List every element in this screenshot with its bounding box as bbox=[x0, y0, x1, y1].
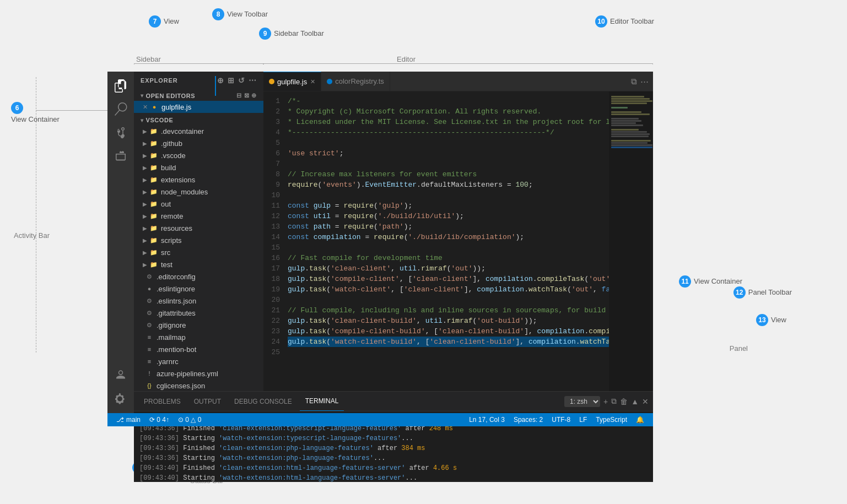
editor-bracket bbox=[263, 63, 653, 64]
file-mention-bot[interactable]: ≡.mention-bot bbox=[134, 343, 263, 355]
tab-terminal[interactable]: TERMINAL bbox=[300, 392, 344, 411]
account-icon[interactable] bbox=[111, 366, 131, 386]
file-gitattributes[interactable]: ⚙.gitattributes bbox=[134, 307, 263, 319]
editor-toolbar-badge-label: 10Editor Toolbar bbox=[595, 15, 654, 28]
terminal-line: [09:43:36] Starting 'watch-extension:php… bbox=[139, 453, 648, 463]
view-badge-label: 7View bbox=[149, 15, 179, 28]
file-gitignore[interactable]: ⚙.gitignore bbox=[134, 319, 263, 331]
file-yarnrc[interactable]: ≡.yarnrc bbox=[134, 355, 263, 367]
split-editor-icon[interactable]: ⧉ bbox=[631, 77, 637, 86]
terminal-line: [09:43:36] Starting 'watch-extension:typ… bbox=[139, 433, 648, 443]
sidebar-title: EXPLORER bbox=[141, 77, 178, 84]
folder-build[interactable]: ▶ 📁build bbox=[134, 161, 263, 174]
file-eslintrs[interactable]: ⚙.eslintrs.json bbox=[134, 295, 263, 307]
add-terminal-icon[interactable]: + bbox=[603, 397, 608, 406]
activity-bar-label: Activity Bar bbox=[14, 231, 50, 240]
tab-colorregistry-label: colorRegistry.ts bbox=[335, 77, 384, 85]
explorer-icon[interactable] bbox=[111, 76, 131, 96]
status-spaces[interactable]: Spaces: 2 bbox=[509, 416, 547, 424]
branch-icon: ⎇ bbox=[116, 416, 124, 424]
save-all-icon[interactable]: ⊟ bbox=[236, 92, 242, 99]
folder-node_modules[interactable]: ▶ 📁node_modules bbox=[134, 186, 263, 198]
folder-scripts[interactable]: ▶ 📁scripts bbox=[134, 234, 263, 246]
sidebar-bracket bbox=[134, 63, 263, 64]
new-file-icon[interactable]: ⊕ bbox=[217, 76, 224, 85]
close-all-icon[interactable]: ⊠ bbox=[244, 92, 250, 99]
open-editors-title[interactable]: ▾ OPEN EDITORS ⊟ ⊠ ⊕ bbox=[134, 90, 263, 101]
terminal-line: [09:43:40] Finished 'clean-extension:htm… bbox=[139, 463, 648, 473]
folder-remote[interactable]: ▶ 📁remote bbox=[134, 210, 263, 222]
js-file-icon bbox=[269, 79, 274, 84]
view-13-label: 13View bbox=[756, 314, 786, 326]
folder-github[interactable]: ▶ 📁.github bbox=[134, 137, 263, 149]
code-content[interactable]: /*- * Copyright (c) Microsoft Corporatio… bbox=[283, 91, 609, 391]
tab-problems[interactable]: PROBLEMS bbox=[138, 392, 186, 411]
editor-area: gulpfile.js ✕ colorRegistry.ts ⧉ ⋯ 12345… bbox=[263, 72, 653, 391]
status-position[interactable]: Ln 17, Col 3 bbox=[465, 416, 509, 424]
source-control-icon[interactable] bbox=[111, 122, 131, 142]
status-encoding[interactable]: UTF-8 bbox=[547, 416, 575, 424]
status-notifications[interactable]: 🔔 bbox=[632, 416, 649, 424]
folder-extensions[interactable]: ▶ 📁extensions bbox=[134, 174, 263, 186]
terminal-shell-select[interactable]: 1: zsh bbox=[564, 396, 600, 407]
more-tabs-icon[interactable]: ⋯ bbox=[640, 77, 649, 86]
vscode-section: ▾ VSCODE ▶ 📁.devcontainer ▶ 📁.github ▶ 📁… bbox=[134, 114, 263, 391]
view-container-left-label: 6 View Container bbox=[11, 102, 60, 123]
status-language[interactable]: TypeScript bbox=[591, 416, 632, 424]
status-bar-right: Ln 17, Col 3 Spaces: 2 UTF-8 LF TypeScri… bbox=[465, 416, 649, 424]
status-sync[interactable]: ⟳ 0 4↑ bbox=[145, 413, 174, 426]
settings-icon[interactable] bbox=[111, 389, 131, 409]
sidebar-header-icons: ⊕ ⊞ ↺ ⋯ bbox=[217, 76, 257, 85]
split-terminal-icon[interactable]: ⧉ bbox=[611, 397, 617, 406]
sidebar-header: EXPLORER ⊕ ⊞ ↺ ⋯ bbox=[134, 72, 263, 89]
panel-tab-bar: PROBLEMS OUTPUT DEBUG CONSOLE TERMINAL 1… bbox=[134, 392, 653, 411]
minimap[interactable] bbox=[609, 91, 653, 391]
status-bar: ⎇ main ⟳ 0 4↑ ⊙ 0 △ 0 Ln 17, Col 3 Space… bbox=[107, 413, 653, 426]
terminal-line: [09:43:40] Starting 'watch-extension:htm… bbox=[139, 473, 648, 482]
folder-vscode[interactable]: ▶ 📁.vscode bbox=[134, 149, 263, 161]
code-editor: 12345 678910 1112131415 1617181920 21222… bbox=[263, 91, 653, 391]
diagram-container: 7View 8View Toolbar 9Sidebar Toolbar 10E… bbox=[0, 0, 847, 504]
tab-gulpfile[interactable]: gulpfile.js ✕ bbox=[263, 72, 321, 91]
more-actions-icon[interactable]: ⊕ bbox=[251, 92, 257, 99]
folder-resources[interactable]: ▶ 📁resources bbox=[134, 222, 263, 234]
folder-src[interactable]: ▶ 📁src bbox=[134, 246, 263, 258]
file-mailmap[interactable]: ≡.mailmap bbox=[134, 331, 263, 343]
tab-colorregistry[interactable]: colorRegistry.ts bbox=[321, 72, 390, 91]
folder-test[interactable]: ▶ 📁test bbox=[134, 258, 263, 270]
file-cglicenses[interactable]: {}cglicenses.json bbox=[134, 380, 263, 391]
view-toolbar-badge-label: 8View Toolbar bbox=[212, 8, 268, 20]
status-eol[interactable]: LF bbox=[575, 416, 591, 424]
sidebar-bracket-label: Sidebar bbox=[136, 55, 161, 63]
ts-file-icon bbox=[327, 79, 332, 84]
tab-debug-console[interactable]: DEBUG CONSOLE bbox=[229, 392, 298, 411]
open-editors-section: ▾ OPEN EDITORS ⊟ ⊠ ⊕ ✕ ● gulpfile.js bbox=[134, 89, 263, 114]
folder-devcontainer[interactable]: ▶ 📁.devcontainer bbox=[134, 125, 263, 137]
tab-gulpfile-label: gulpfile.js bbox=[277, 78, 307, 86]
sidebar-toolbar-badge-label: 9Sidebar Toolbar bbox=[259, 28, 324, 40]
maximize-panel-icon[interactable]: ▲ bbox=[631, 397, 639, 406]
file-editorconfig[interactable]: ⚙.editorconfig bbox=[134, 270, 263, 283]
extensions-icon[interactable] bbox=[111, 145, 131, 165]
vscode-section-title[interactable]: ▾ VSCODE bbox=[134, 115, 263, 125]
kill-terminal-icon[interactable]: 🗑 bbox=[620, 397, 628, 406]
open-file-gulpfile[interactable]: ✕ ● gulpfile.js bbox=[134, 101, 263, 113]
tab-output[interactable]: OUTPUT bbox=[188, 392, 226, 411]
folder-out[interactable]: ▶ 📁out bbox=[134, 198, 263, 210]
panel-toolbar-label: 12Panel Toolbar bbox=[733, 286, 792, 299]
refresh-icon[interactable]: ↺ bbox=[238, 76, 245, 85]
file-eslintignore[interactable]: ●.eslintignore bbox=[134, 283, 263, 295]
status-branch[interactable]: ⎇ main bbox=[112, 413, 145, 426]
view-container-right-label: 11View Container bbox=[679, 275, 742, 288]
collapse-all-icon[interactable]: ⋯ bbox=[249, 76, 257, 85]
panel-actions: 1: zsh + ⧉ 🗑 ▲ ✕ bbox=[564, 396, 649, 407]
tab-bar: gulpfile.js ✕ colorRegistry.ts ⧉ ⋯ bbox=[263, 72, 653, 91]
close-panel-icon[interactable]: ✕ bbox=[642, 397, 649, 406]
close-tab-gulpfile[interactable]: ✕ bbox=[310, 78, 315, 85]
status-errors[interactable]: ⊙ 0 △ 0 bbox=[174, 413, 206, 426]
file-azure-pipelines[interactable]: !azure-pipelines.yml bbox=[134, 367, 263, 380]
terminal-line: [09:43:36] Finished 'clean-extension:php… bbox=[139, 443, 648, 453]
sidebar: EXPLORER ⊕ ⊞ ↺ ⋯ ▾ OPEN EDITORS ⊟ ⊠ ⊕ bbox=[134, 72, 263, 391]
new-folder-icon[interactable]: ⊞ bbox=[228, 76, 235, 85]
search-icon[interactable] bbox=[111, 99, 131, 119]
